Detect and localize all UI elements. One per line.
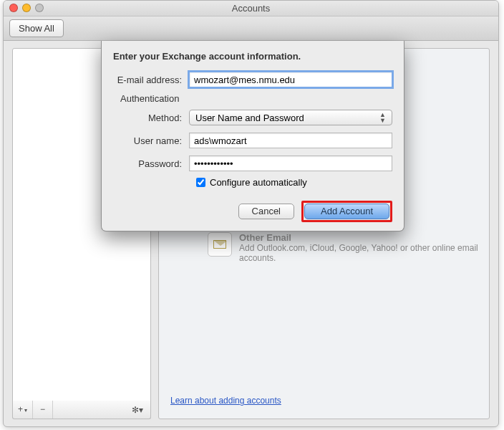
highlight-box: Add Account [301, 201, 392, 222]
add-account-button[interactable]: +▾ [13, 401, 33, 419]
method-label: Method: [113, 113, 189, 123]
configure-automatically-label: Configure automatically [210, 177, 307, 188]
email-field[interactable] [189, 72, 392, 87]
zoom-icon [35, 4, 44, 12]
password-field[interactable] [189, 156, 392, 171]
sidebar-footer: +▾ − ✻▾ [12, 401, 151, 419]
bg-other-email-option[interactable]: Other Email Add Outlook.com, iCloud, Goo… [208, 232, 483, 263]
username-field[interactable] [189, 133, 392, 148]
envelope-icon [208, 232, 232, 257]
window-title: Accounts [232, 3, 270, 14]
password-label: Password: [113, 158, 189, 169]
remove-account-button[interactable]: − [33, 401, 53, 419]
method-select[interactable]: User Name and Password ▲▼ [189, 110, 392, 125]
settings-gear-button[interactable]: ✻▾ [125, 405, 150, 415]
username-label: User name: [113, 135, 189, 146]
show-all-button[interactable]: Show All [9, 19, 64, 37]
auth-section-label: Authentication [120, 93, 392, 104]
minimize-icon[interactable] [22, 4, 31, 12]
cancel-button[interactable]: Cancel [238, 204, 294, 219]
traffic-lights [9, 4, 44, 12]
exchange-setup-sheet: Enter your Exchange account information.… [101, 41, 404, 231]
configure-automatically-checkbox[interactable] [196, 178, 205, 187]
add-account-button-primary[interactable]: Add Account [304, 204, 389, 219]
method-value: User Name and Password [195, 113, 304, 123]
titlebar: Accounts [4, 1, 498, 16]
chevron-updown-icon: ▲▼ [379, 112, 386, 123]
accounts-window: Accounts Show All +▾ − ✻▾ Add an Account… [3, 0, 499, 427]
toolbar: Show All [4, 16, 498, 41]
email-label: E-mail address: [113, 75, 189, 85]
sheet-heading: Enter your Exchange account information. [113, 51, 392, 62]
close-icon[interactable] [9, 4, 18, 12]
learn-about-accounts-link[interactable]: Learn about adding accounts [170, 396, 281, 406]
